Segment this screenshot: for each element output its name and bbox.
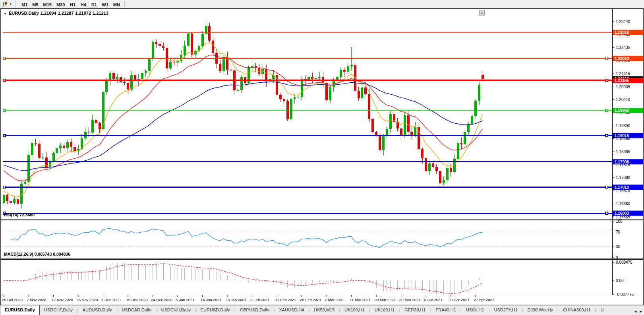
rsi-tick-30: 30: [616, 245, 621, 249]
candle-body: [17, 199, 19, 204]
chart-tab-china300-h1[interactable]: CHINA300,H1: [559, 305, 595, 315]
candle-body: [222, 57, 225, 71]
candle-body: [237, 90, 239, 90]
timeframe-button-m15[interactable]: M15: [41, 1, 54, 8]
price-tick-1.22435: 1.22435: [616, 45, 630, 50]
candle-body: [318, 77, 321, 78]
timeframe-button-m1[interactable]: M1: [19, 1, 30, 8]
candle-body: [59, 146, 62, 148]
date-label-3: 17 Nov 2020: [52, 298, 73, 302]
chart-tab-ger30-h1[interactable]: GER30,H1: [400, 305, 430, 315]
chart-window: 1.234401.229301.224351.219251.214151.209…: [0, 8, 644, 305]
rsi-tick-70: 70: [616, 230, 621, 234]
level-price-label-1.16003-text: 1.16003: [615, 211, 629, 216]
level-price-label-1.17998-text: 1.17998: [615, 160, 629, 164]
timeframe-button-mn[interactable]: MN: [111, 1, 122, 8]
level-price-label-1.23019: 1.23019: [613, 30, 643, 35]
level-handle[interactable]: [605, 109, 608, 111]
candle-body: [184, 46, 186, 55]
candle-body: [105, 80, 108, 92]
chart-canvas[interactable]: 1.234401.229301.224351.219251.214151.209…: [0, 8, 644, 305]
date-label-20: 27 Apr 2021: [474, 298, 494, 302]
chart-tab-eurusd-daily[interactable]: EURUSD,Daily: [0, 305, 40, 315]
tab-scroll-right-icon[interactable]: ►: [639, 309, 643, 313]
price-tick-1.18385: 1.18385: [616, 150, 630, 154]
candle-body: [343, 70, 346, 72]
chart-title: ▼EURUSD,Daily1.210941.212871.210721.2121…: [4, 11, 110, 16]
chart-tab-usdchf-daily[interactable]: USDCHF,Daily: [40, 305, 77, 315]
tab-scroll-left-icon[interactable]: ◄: [634, 309, 637, 313]
level-handle[interactable]: [3, 109, 6, 111]
date-label-13: 20 Feb 2021: [300, 298, 321, 302]
date-label-10: 23 Jan 2021: [226, 298, 246, 302]
chart-tab-u[interactable]: U: [596, 305, 608, 315]
chart-tab-hk50-m15[interactable]: HK50,M15: [309, 305, 339, 315]
chart-tab-audusd-daily[interactable]: AUDUSD,Daily: [78, 305, 116, 315]
chart-tab-usdcnh-daily[interactable]: USDCNH,Daily: [157, 305, 195, 315]
candle-body: [474, 101, 477, 116]
chart-tab-dj30-weekly[interactable]: DJ30,Weekly: [523, 305, 557, 315]
candle-body: [404, 115, 406, 136]
level-price-label-1.17012: 1.17012: [613, 185, 643, 190]
symbol-caret-icon[interactable]: ▼: [4, 12, 7, 16]
chart-tab-uk100-h1[interactable]: UK100,H1: [340, 305, 369, 315]
price-tick-1.21415: 1.21415: [616, 72, 630, 76]
candle-body: [56, 148, 58, 153]
level-handle[interactable]: [605, 79, 608, 82]
chart-tab-xauusd-h4[interactable]: XAUUSD,H4: [275, 305, 309, 315]
chart-tab-gbpusd-daily[interactable]: GBPUSD,Daily: [236, 305, 274, 315]
candle-body: [176, 61, 179, 62]
level-handle[interactable]: [605, 57, 608, 60]
title-low: 1.21072: [75, 11, 91, 16]
level-handle[interactable]: [605, 134, 608, 137]
chart-scroll-button[interactable]: ▲: [479, 10, 485, 16]
candle-body: [457, 143, 459, 159]
level-handle[interactable]: [3, 79, 6, 82]
chart-tab-fra40-h1[interactable]: FRA40,H1: [431, 305, 460, 315]
candlestick-chart-icon[interactable]: [1, 1, 8, 8]
level-price-label-1.19015: 1.19015: [613, 133, 643, 138]
level-price-label-1.19992: 1.19992: [613, 108, 643, 113]
title-symbol: EURUSD,Daily: [9, 11, 39, 16]
date-label-6: 15 Dec 2020: [126, 298, 148, 302]
candle-body: [283, 99, 285, 101]
mt4-application: ▼ M1M5M15M30H1H4D1W1MN 1.234401.229301.2…: [0, 0, 644, 315]
chart-type-dropdown-icon[interactable]: ▼: [9, 2, 12, 6]
date-label-19: 17 Apr 2021: [449, 298, 469, 302]
timeframe-button-m30[interactable]: M30: [54, 1, 67, 8]
level-handle[interactable]: [3, 57, 6, 60]
candle-body: [230, 70, 232, 70]
candle-body: [464, 132, 466, 144]
timeframe-button-w1[interactable]: W1: [99, 1, 111, 8]
candle-body: [407, 115, 410, 132]
toolbar-grip[interactable]: [15, 1, 16, 7]
price-tick-1.23440: 1.23440: [616, 19, 630, 24]
level-handle[interactable]: [3, 186, 6, 189]
candle-body: [439, 171, 441, 183]
candle-body: [294, 97, 296, 99]
candle-body: [70, 142, 72, 147]
timeframe-button-h1[interactable]: H1: [67, 1, 78, 8]
level-handle[interactable]: [605, 212, 608, 214]
candle-body: [478, 85, 480, 101]
chart-tab-usoil-h1[interactable]: USOil,H1: [462, 305, 489, 315]
timeframe-button-d1[interactable]: D1: [89, 1, 99, 8]
chart-tab-uk100-h1[interactable]: UK100,H1: [370, 305, 399, 315]
chart-tab-usdjpy-h1[interactable]: USDJPY,H1: [489, 305, 522, 315]
candle-body: [350, 65, 353, 66]
candle-body: [482, 75, 484, 79]
chart-tab-usdcad-daily[interactable]: USDCAD,Daily: [118, 305, 156, 315]
level-handle[interactable]: [605, 186, 608, 189]
candle-body: [297, 97, 300, 97]
timeframe-button-h4[interactable]: H4: [78, 1, 89, 8]
candle-body: [450, 168, 452, 172]
candle-body: [66, 142, 69, 148]
level-handle[interactable]: [3, 134, 6, 137]
level-price-label-1.21155: 1.21155: [613, 78, 643, 83]
macd-tick: 0.00: [616, 278, 624, 283]
timeframe-button-m5[interactable]: M5: [30, 1, 41, 8]
candle-body: [63, 146, 65, 148]
candle-body: [460, 143, 462, 145]
chart-tab-eurusd-daily[interactable]: EURUSD,Daily: [196, 305, 234, 315]
candle-body: [10, 201, 12, 203]
